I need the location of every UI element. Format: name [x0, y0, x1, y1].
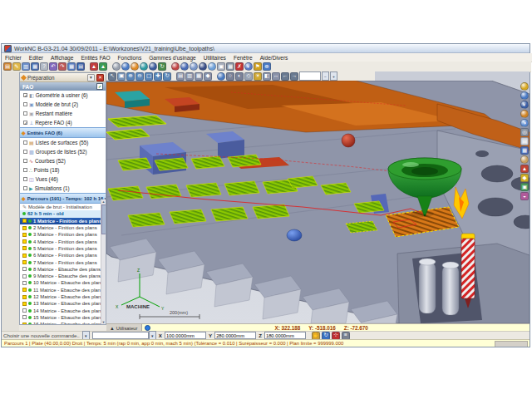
orbit-button[interactable]: ↻ [322, 332, 330, 340]
cube-sim-button[interactable]: ▣ [520, 183, 529, 191]
zoom-fit-button[interactable]: ▢ [145, 72, 153, 81]
sequence-table-button[interactable]: ▦ [67, 62, 76, 71]
toolpath-4-matrice-finition-des-plans[interactable]: 4 Matrice - Finition des plans [20, 238, 106, 244]
menu-entit-s-fao[interactable]: Entités FAO [81, 55, 110, 61]
toolpath-checkbox[interactable] [22, 281, 27, 285]
toolpath-checkbox[interactable] [22, 226, 27, 230]
process-table-button[interactable]: ▤ [76, 62, 85, 71]
delete-button[interactable]: ✗ [235, 62, 244, 71]
help-button[interactable]: ? [40, 62, 48, 71]
notes-doc-button[interactable]: ▤ [520, 137, 529, 145]
wireframe-button[interactable]: ○ [226, 72, 234, 81]
toolpath-5-matrice-finition-des-plans[interactable]: 5 Matrice - Finition des plans [20, 245, 106, 252]
hidden-line-button[interactable]: ◐ [235, 72, 244, 81]
toolpath-checkbox[interactable] [22, 233, 27, 237]
sphere-dark-button[interactable] [199, 62, 207, 71]
toolpath-10-matrice-ebauche-des-plans[interactable]: 10 Matrice - Ebauche des plans [20, 279, 106, 286]
y-coordinate-input[interactable] [214, 332, 256, 339]
toolpath-checkbox[interactable] [22, 295, 27, 299]
menu-fen-tre[interactable]: Fenêtre [234, 55, 253, 61]
undo-button[interactable]: ↶ [49, 62, 57, 71]
section-button[interactable]: ◧ [263, 72, 271, 81]
toolpath-checkbox[interactable] [22, 308, 27, 313]
toolpath-checkbox[interactable] [22, 315, 27, 319]
rotate-button[interactable]: ↻ [163, 72, 171, 81]
run-machine-red-button[interactable]: ▲ [90, 62, 98, 71]
view-top-button[interactable]: ▤ [176, 72, 185, 81]
sphere-red-button[interactable] [171, 62, 180, 71]
tree-item-groupes-de-listes-52[interactable]: ▥Groupes de listes (52) [20, 147, 106, 156]
next-view-button[interactable]: → [290, 72, 298, 81]
menu-aide-divers[interactable]: Aide/Divers [260, 55, 288, 61]
menu-fichier[interactable]: Fichier [5, 55, 22, 61]
fao-visibility-checkbox[interactable]: ✓ [96, 83, 103, 90]
mod-le-de-brut-2-checkbox[interactable] [23, 102, 27, 106]
select-arrow-button[interactable]: ↖ [108, 72, 116, 81]
transparent-button[interactable]: ◇ [244, 72, 253, 81]
menu-gammes-d-usinage[interactable]: Gammes d'usinage [149, 55, 196, 61]
toolpath-11-matrice-ebauche-des-plans[interactable]: 11 Matrice - Ebauche des plans [20, 287, 106, 293]
toolpath-62-h-5-min-old[interactable]: 62 h 5 min - old [20, 210, 106, 217]
zoom-out-button[interactable]: ⊖ [135, 72, 144, 81]
zoom-tool-button[interactable]: ◎ [520, 128, 529, 136]
pan-button[interactable]: ✚ [154, 72, 162, 81]
rep-re-fao-4-checkbox[interactable] [23, 121, 27, 125]
toolpath-6-matrice-finition-des-plans[interactable]: 6 Matrice - Finition des plans [20, 252, 106, 259]
pan-hand-button[interactable]: ✋ [312, 332, 320, 340]
globe-active-button[interactable] [131, 62, 139, 71]
view-refresh-button[interactable]: ↻ [158, 62, 166, 71]
menu-fonctions[interactable]: Fonctions [118, 55, 142, 61]
fao-section-bar[interactable]: FAO ✓ [20, 82, 106, 91]
save-button[interactable]: ▦ [31, 62, 39, 71]
menu-utilitaires[interactable]: Utilitaires [204, 55, 226, 61]
globe-teal-button[interactable] [140, 62, 148, 71]
split-sphere-button[interactable]: ◑ [520, 119, 529, 127]
cad-model-canvas[interactable]: ZYX MACHINE 200(mm) [106, 81, 530, 323]
user-profile-button[interactable] [520, 155, 529, 164]
courbes-52-checkbox[interactable] [23, 159, 27, 163]
toolpath-checkbox[interactable] [22, 260, 27, 264]
sphere-sky-button[interactable] [208, 62, 216, 71]
sphere-pair-button[interactable]: ◐ [244, 62, 253, 71]
tab-indicator-icon[interactable] [145, 325, 150, 331]
origin-axes-button[interactable]: ⊹ [332, 332, 340, 340]
edit-page-button[interactable]: ✎ [12, 62, 21, 71]
key-gold-button[interactable]: ◆ [520, 174, 529, 182]
top-view-sphere-button[interactable] [520, 91, 529, 100]
gold-sphere-button[interactable] [520, 110, 529, 118]
tree-item-restant-mati-re[interactable]: ▣Restant matière [20, 109, 106, 118]
prev-view-button[interactable]: ← [281, 72, 289, 81]
toolpath-checkbox[interactable] [22, 302, 27, 306]
scroll-down-icon[interactable]: ▼ [101, 320, 106, 324]
title-bar[interactable]: WorkNC B-G3-21.04 30/09/2011 - E:\Workzo… [2, 44, 530, 53]
tree-item-mod-le-de-brut-2[interactable]: ▣Modèle de brut (2) [20, 100, 106, 109]
tree-item-listes-de-surfaces-55[interactable]: ▤Listes de surfaces (55) [20, 138, 106, 147]
sphere-blue-button[interactable] [180, 62, 189, 71]
globe-navy-button[interactable] [149, 62, 157, 71]
iso-view-sphere-button[interactable] [520, 82, 529, 91]
tree-item-g-om-trie-usiner-6[interactable]: ◧Géométrie à usiner (6) [20, 91, 106, 100]
g-om-trie-usiner-6-checkbox[interactable] [23, 93, 27, 97]
globe-gray-button[interactable] [112, 62, 121, 71]
panel-close-button[interactable]: ✕ [96, 74, 104, 81]
toolpath-mod-le-de-brut-initialisation[interactable]: ✎Modèle de brut - Initialisation [20, 204, 106, 210]
run-machine-green-button[interactable]: ▲ [99, 62, 107, 71]
toolpath-checkbox[interactable] [22, 239, 27, 244]
toolpath-checkbox[interactable] [22, 267, 27, 271]
sphere-steel-button[interactable] [190, 62, 198, 71]
toolpath-7-matrice-finition-des-plans[interactable]: 7 Matrice - Finition des plans [20, 259, 106, 265]
light-button[interactable]: ☀ [254, 72, 262, 81]
tree-item-courbes-52[interactable]: ∿Courbes (52) [20, 156, 106, 165]
toolpath-13-matrice-ebauche-des-plans[interactable]: 13 Matrice - Ebauche des plans [20, 300, 106, 307]
restant-mati-re-checkbox[interactable] [23, 111, 27, 116]
view-iso-button[interactable]: ◆ [204, 72, 212, 81]
toolpath-8-matrice-ebauche-des-plans[interactable]: 8 Matrice - Ebauche des plans [20, 266, 106, 273]
tree-section-entit-s-fao-6[interactable]: ◆Entités FAO (6) [20, 127, 106, 138]
toolpath-scrollbar[interactable]: ▲ ▼ [101, 200, 106, 324]
scroll-up-icon[interactable]: ▲ [101, 200, 106, 204]
toolpath-checkbox[interactable] [22, 323, 27, 325]
view-right-button[interactable]: ▦ [195, 72, 203, 81]
panel-blue-button[interactable]: ▦ [520, 146, 529, 155]
shaded-button[interactable] [217, 72, 225, 81]
measure-button[interactable]: ↔ [272, 72, 280, 81]
